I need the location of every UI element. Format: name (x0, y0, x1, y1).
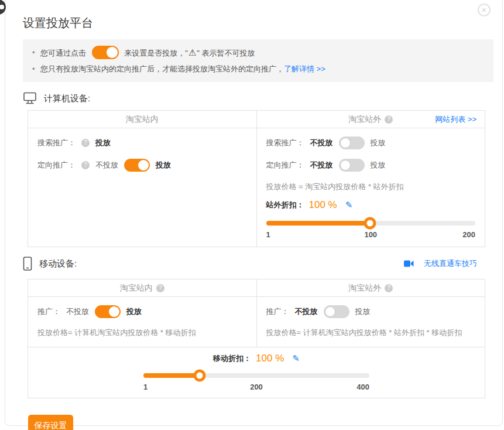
target-promo-off-label: 不投放 (310, 158, 333, 173)
mobile-promo-off-label: 不投放 (295, 304, 318, 319)
mobile-promo-row-offsite: 推广： 不投放 投放 (266, 304, 476, 319)
notice-box: 您可通过点击 来设置是否投放，"⚠" 表示暂不可投放 您只有投放淘宝站内的定向推… (23, 39, 493, 82)
edit-icon[interactable]: ✎ (345, 197, 353, 213)
notice-line1-end: " 表示暂不可投放 (197, 49, 255, 57)
computer-onsite-cell: 搜索推广： ? 投放 定向推广： ? 不投放 投放 (28, 128, 256, 247)
computer-icon (23, 92, 37, 105)
search-promo-state: 投放 (95, 135, 111, 151)
toggle-knob (325, 306, 335, 317)
mobile-promo-row-onsite: 推广： 不投放 投放 (37, 304, 247, 319)
help-icon[interactable]: ? (385, 284, 393, 292)
toggle-knob (340, 160, 351, 170)
target-promo-label: 定向推广： (37, 158, 76, 173)
computer-section-label: 计算机设备: (44, 93, 90, 104)
mobile-discount-row: 移动折扣： 100 % ✎ 1 200 400 (28, 347, 485, 398)
toggle-knob (109, 306, 119, 317)
mobile-discount-slider: 1 200 400 (143, 373, 369, 392)
target-promo-on-label: 投放 (371, 158, 386, 173)
slider-fill (143, 373, 200, 378)
mobile-discount-line: 移动折扣： 100 % ✎ (28, 351, 485, 366)
toggle-knob (107, 47, 118, 58)
example-toggle[interactable] (92, 46, 119, 59)
mobile-offsite-header-label: 淘宝站外 (348, 283, 381, 294)
search-promo-off-label: 不投放 (310, 135, 333, 151)
slider-handle[interactable] (193, 370, 205, 382)
mobile-promo-label: 推广： (37, 304, 60, 319)
mobile-table: 淘宝站内 ? 淘宝站外 ? 推广： 不投放 投放 投放价格= 计算机淘宝站内投放… (28, 279, 485, 398)
search-promo-on-label: 投放 (371, 135, 386, 151)
help-icon[interactable]: ? (81, 161, 90, 169)
help-icon[interactable]: ? (156, 284, 164, 292)
site-list-link[interactable]: 网站列表 >> (435, 114, 476, 125)
mobile-offsite-formula: 投放价格= 计算机淘宝站内投放价格 * 站外折扣 * 移动折扣 (266, 326, 476, 340)
slider-mid-label: 100 (364, 230, 377, 239)
mobile-onsite-header: 淘宝站内 ? (28, 279, 256, 296)
mobile-onsite-toggle[interactable] (95, 305, 121, 318)
offsite-discount-line: 站外折扣： 100 % ✎ (266, 197, 476, 213)
mobile-onsite-cell: 推广： 不投放 投放 投放价格= 计算机淘宝站内投放价格 * 移动折扣 (28, 297, 256, 347)
search-promo-label: 搜索推广： (266, 135, 304, 151)
search-promo-label: 搜索推广： (37, 135, 76, 151)
mobile-onsite-header-label: 淘宝站内 (120, 283, 153, 294)
target-promo-label: 定向推广： (266, 158, 304, 173)
close-icon[interactable]: × (478, 4, 491, 16)
offsite-price-formula: 投放价格 = 淘宝站内投放价格 * 站外折扣 (266, 180, 476, 194)
mobile-promo-label: 推广： (266, 304, 289, 319)
help-icon[interactable]: ? (81, 139, 90, 147)
search-promo-row-offsite: 搜索推广： 不投放 投放 (266, 135, 476, 151)
target-promo-offsite-toggle[interactable] (339, 159, 365, 172)
computer-table: 淘宝站内 淘宝站外 ? 网站列表 >> 搜索推广： ? 投放 定向推广： ? 不… (28, 110, 485, 247)
target-promo-row-onsite: 定向推广： ? 不投放 投放 (37, 158, 247, 173)
mobile-promo-on-label: 投放 (355, 304, 371, 319)
edit-icon[interactable]: ✎ (292, 351, 300, 366)
mobile-offsite-header: 淘宝站外 ? (256, 279, 485, 296)
slider-min-label: 1 (143, 383, 148, 391)
offsite-discount-value: 100 % (309, 197, 337, 213)
notice-line1-mid: 来设置是否投放，" (124, 49, 188, 57)
help-icon[interactable]: ? (385, 115, 393, 124)
slider-max-label: 400 (356, 383, 369, 391)
save-settings-button[interactable]: 保存设置 (28, 415, 73, 430)
page-title: 设置投放平台 (23, 15, 493, 31)
computer-offsite-cell: 搜索推广： 不投放 投放 定向推广： 不投放 投放 投放价格 = 淘宝站内投放价… (256, 128, 485, 247)
computer-offsite-header-label: 淘宝站外 (348, 114, 381, 125)
warning-icon: ⚠ (188, 47, 196, 57)
mobile-section-label: 移动设备: (39, 258, 77, 269)
mobile-discount-value: 100 % (256, 351, 284, 366)
slider-fill (266, 221, 371, 226)
slider-scale: 1 200 400 (143, 383, 369, 392)
toggle-knob (340, 138, 351, 148)
phone-icon (23, 257, 32, 271)
target-promo-on-label: 投放 (156, 158, 171, 173)
slider-track[interactable] (266, 221, 476, 226)
mobile-offsite-cell: 推广： 不投放 投放 投放价格= 计算机淘宝站内投放价格 * 站外折扣 * 移动… (256, 297, 485, 347)
notice-line2-text: 您只有投放淘宝站内的定向推广后，才能选择投放淘宝站外的定向推广， (40, 64, 284, 73)
search-promo-offsite-toggle[interactable] (339, 136, 365, 149)
mobile-promo-on-label: 投放 (126, 304, 142, 319)
slider-handle[interactable] (364, 217, 376, 230)
slider-min-label: 1 (266, 230, 270, 239)
slider-mid-label: 200 (250, 383, 263, 391)
wireless-tips-label: 无线直通车技巧 (424, 258, 477, 269)
computer-onsite-header: 淘宝站内 (28, 111, 256, 128)
settings-modal: × 设置投放平台 您可通过点击 来设置是否投放，"⚠" 表示暂不可投放 您只有投… (5, 0, 503, 426)
slider-track[interactable] (143, 373, 369, 378)
target-promo-row-offsite: 定向推广： 不投放 投放 (266, 158, 476, 173)
target-promo-onsite-toggle[interactable] (124, 159, 150, 172)
slider-max-label: 200 (462, 230, 475, 239)
slider-scale: 1 100 200 (266, 230, 476, 240)
target-promo-off-label: 不投放 (95, 158, 118, 173)
offsite-discount-label: 站外折扣： (266, 197, 304, 213)
mobile-offsite-toggle[interactable] (324, 305, 349, 318)
computer-table-header: 淘宝站内 淘宝站外 ? 网站列表 >> (28, 111, 485, 128)
search-promo-row-onsite: 搜索推广： ? 投放 (37, 135, 247, 151)
wireless-tips-link[interactable]: 无线直通车技巧 (404, 258, 477, 269)
computer-offsite-header: 淘宝站外 ? 网站列表 >> (256, 111, 485, 128)
mobile-table-header: 淘宝站内 ? 淘宝站外 ? (28, 279, 485, 297)
offsite-discount-slider: 1 100 200 (266, 221, 476, 240)
notice-line-1: 您可通过点击 来设置是否投放，"⚠" 表示暂不可投放 (32, 45, 484, 61)
notice-line1-pre: 您可通过点击 (40, 49, 86, 57)
mobile-onsite-formula: 投放价格= 计算机淘宝站内投放价格 * 移动折扣 (37, 326, 247, 340)
mobile-promo-off-label: 不投放 (66, 304, 89, 319)
learn-more-link[interactable]: 了解详情 >> (284, 64, 325, 73)
